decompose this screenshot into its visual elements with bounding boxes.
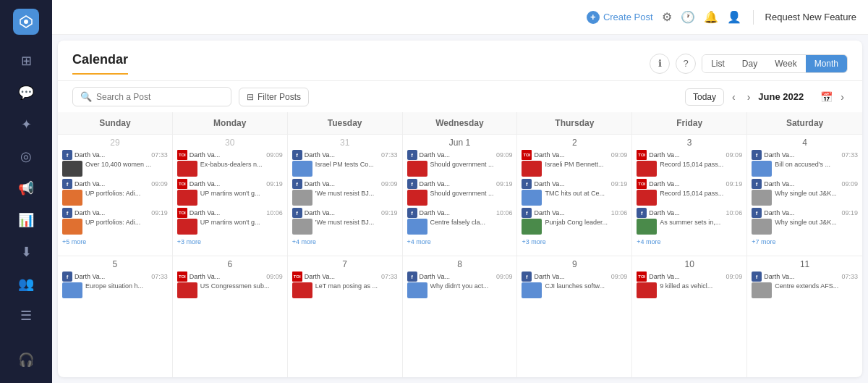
post-thumbnail-row[interactable]: Ex-babus-dealers n... [177,161,283,177]
post-thumbnail-row[interactable]: 'We must resist BJ... [292,190,398,206]
post-item[interactable]: TOIDarth Va...09:19 [177,179,283,189]
post-item[interactable]: TOIDarth Va...07:33 [292,272,398,282]
post-thumbnail-row[interactable]: Why single out J&K... [752,190,858,206]
post-item[interactable]: TOIDarth Va...09:19 [637,179,742,189]
next-month-button[interactable]: › [744,90,754,104]
post-item[interactable]: fDarth Va...09:09 [522,272,627,282]
post-thumbnail-row[interactable]: Punjab Cong leader... [522,219,627,235]
more-posts-link[interactable]: +7 more [752,238,858,245]
post-time: 09:09 [151,180,168,188]
today-button[interactable]: Today [685,88,724,106]
more-posts-link[interactable]: +4 more [637,238,742,245]
post-thumbnail-row[interactable]: UP martins won't g... [177,219,283,235]
post-item[interactable]: fDarth Va...09:19 [752,208,858,218]
post-item[interactable]: fDarth Va...07:33 [752,272,858,282]
post-time: 09:19 [726,180,743,188]
post-item[interactable]: fDarth Va...09:19 [522,179,627,189]
post-thumbnail-row[interactable]: Europe situation h... [62,282,168,298]
facebook-icon: f [62,179,72,189]
post-item[interactable]: fDarth Va...09:19 [407,179,513,189]
post-thumbnail-row[interactable]: Why didn't you act... [407,282,513,298]
post-thumbnail-row[interactable]: Should government ... [407,190,513,206]
post-thumbnail-row[interactable]: Israel PM tests Co... [292,161,398,177]
clock-icon[interactable]: 🕐 [681,10,695,24]
post-thumbnail-row[interactable]: Record 15,014 pass... [637,161,742,177]
info-button[interactable]: ℹ [650,54,670,74]
more-posts-link[interactable]: +4 more [407,238,513,245]
tab-week[interactable]: Week [766,55,805,72]
search-input[interactable] [96,92,224,102]
post-item[interactable]: fDarth Va...09:09 [407,272,513,282]
post-item[interactable]: TOIDarth Va...09:09 [177,272,283,282]
post-item[interactable]: fDarth Va...09:09 [752,179,858,189]
post-item[interactable]: fDarth Va...09:09 [62,179,168,189]
post-thumbnail-row[interactable]: TMC hits out at Ce... [522,190,627,206]
list-icon[interactable]: ☰ [12,301,41,330]
chart-icon[interactable]: 📊 [12,206,41,235]
people-icon[interactable]: 👥 [12,269,41,298]
post-thumbnail-row[interactable]: Centre falsely cla... [407,219,513,235]
post-item[interactable]: fDarth Va...07:33 [752,150,858,160]
post-item[interactable]: TOIDarth Va...09:09 [637,272,742,282]
post-user: Darth Va... [75,180,149,188]
settings-icon[interactable]: ⚙ [662,10,672,24]
post-item[interactable]: fDarth Va...10:06 [522,208,627,218]
forward-button[interactable]: › [837,90,848,104]
post-headline: Europe situation h... [85,282,143,291]
post-user: Darth Va... [190,209,264,216]
post-thumbnail-row[interactable]: Why single out J&K... [752,219,858,235]
prev-month-button[interactable]: ‹ [728,90,739,104]
post-thumbnail-row[interactable]: Should government ... [407,161,513,177]
create-post-button[interactable]: + Create Post [587,11,653,24]
post-thumbnail-row[interactable]: US Congressmen sub... [177,282,283,298]
monitor-icon[interactable]: ◎ [12,142,41,171]
more-posts-link[interactable]: +4 more [292,238,398,245]
post-item[interactable]: fDarth Va...07:33 [62,150,168,160]
post-thumbnail-row[interactable]: Record 15,014 pass... [637,190,742,206]
user-icon[interactable]: 👤 [727,10,741,24]
megaphone-icon[interactable]: 📢 [12,174,41,203]
post-thumbnail-row[interactable]: Centre extends AFS... [752,282,858,298]
post-thumbnail-row[interactable]: UP portfolios: Adi... [62,190,168,206]
download-icon[interactable]: ⬇ [12,237,41,266]
post-item[interactable]: fDarth Va...09:09 [407,150,513,160]
post-item[interactable]: fDarth Va...07:33 [292,150,398,160]
post-item[interactable]: TOIDarth Va...10:06 [177,208,283,218]
app-logo[interactable] [13,9,39,35]
calendar-picker-icon[interactable]: 📅 [820,91,833,103]
post-item[interactable]: TOIDarth Va...09:09 [637,150,742,160]
post-thumbnail-row[interactable]: 9 killed as vehicl... [637,282,742,298]
post-thumbnail-row[interactable]: 'We must resist BJ... [292,219,398,235]
post-item[interactable]: fDarth Va...10:06 [407,208,513,218]
post-item[interactable]: fDarth Va...09:19 [292,208,398,218]
analytics-icon[interactable]: ✦ [12,110,41,139]
support-icon[interactable]: 🎧 [12,345,41,374]
tab-month[interactable]: Month [806,55,847,72]
post-thumbnail-row[interactable]: As summer sets in,... [637,219,742,235]
post-item[interactable]: fDarth Va...10:06 [637,208,742,218]
post-item[interactable]: fDarth Va...09:09 [292,179,398,189]
post-item[interactable]: fDarth Va...09:19 [62,208,168,218]
request-feature-button[interactable]: Request New Feature [765,12,856,22]
post-thumbnail-row[interactable]: Over 10,400 women ... [62,161,168,177]
help-button[interactable]: ? [676,54,696,74]
tab-day[interactable]: Day [733,55,766,72]
tab-list[interactable]: List [702,55,733,72]
post-thumbnail-row[interactable]: UP martins won't g... [177,190,283,206]
post-item[interactable]: TOIDarth Va...09:09 [177,150,283,160]
post-thumbnail-row[interactable]: CJI launches softw... [522,282,627,298]
more-posts-link[interactable]: +3 more [522,238,627,245]
more-posts-link[interactable]: +5 more [62,238,168,245]
dashboard-icon[interactable]: ⊞ [12,46,41,75]
post-thumbnail-row[interactable]: Israeli PM Bennett... [522,161,627,177]
post-thumbnail-row[interactable]: Bill on accused's ... [752,161,858,177]
post-item[interactable]: fDarth Va...07:33 [62,272,168,282]
post-thumbnail-row[interactable]: UP portfolios: Adi... [62,219,168,235]
bell-icon[interactable]: 🔔 [704,10,718,24]
current-month-label: June 2022 [758,91,816,102]
post-item[interactable]: TOIDarth Va...09:09 [522,150,627,160]
filter-button[interactable]: ⊟ Filter Posts [239,88,309,106]
more-posts-link[interactable]: +3 more [177,238,283,245]
post-thumbnail-row[interactable]: LeT man posing as ... [292,282,398,298]
chat-icon[interactable]: 💬 [12,78,41,107]
